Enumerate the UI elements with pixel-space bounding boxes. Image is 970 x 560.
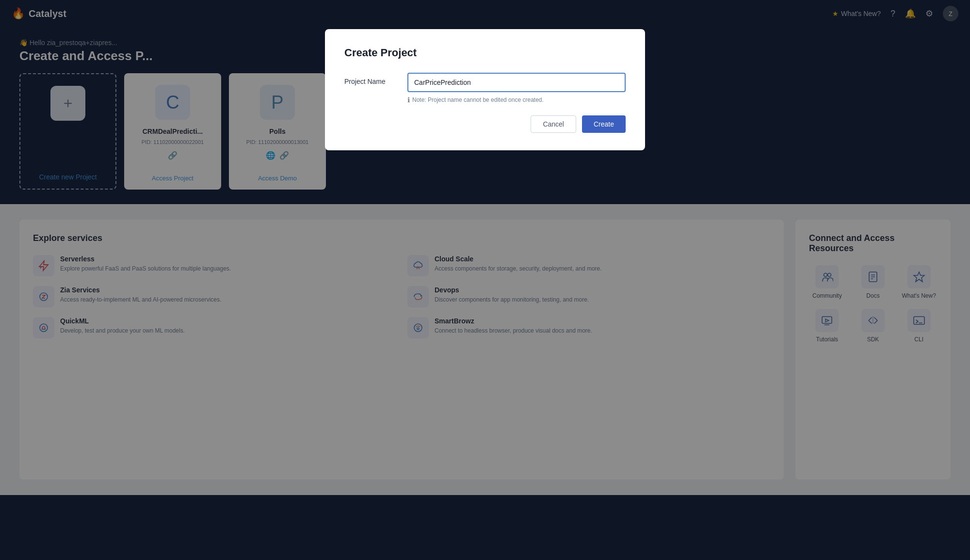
form-note-text: Note: Project name cannot be edited once… — [412, 96, 544, 103]
modal-title: Create Project — [344, 47, 626, 59]
cancel-button[interactable]: Cancel — [531, 115, 576, 133]
form-input-col: ℹ Note: Project name cannot be edited on… — [407, 73, 626, 104]
form-note: ℹ Note: Project name cannot be edited on… — [407, 96, 626, 104]
project-name-input[interactable] — [407, 73, 626, 92]
create-project-modal: Create Project Project Name ℹ Note: Proj… — [325, 29, 645, 150]
modal-overlay: Create Project Project Name ℹ Note: Proj… — [0, 0, 970, 560]
form-row-project-name: Project Name ℹ Note: Project name cannot… — [344, 73, 626, 104]
create-button[interactable]: Create — [582, 115, 626, 133]
info-icon: ℹ — [407, 96, 410, 104]
modal-actions: Cancel Create — [344, 115, 626, 133]
project-name-label: Project Name — [344, 73, 398, 85]
